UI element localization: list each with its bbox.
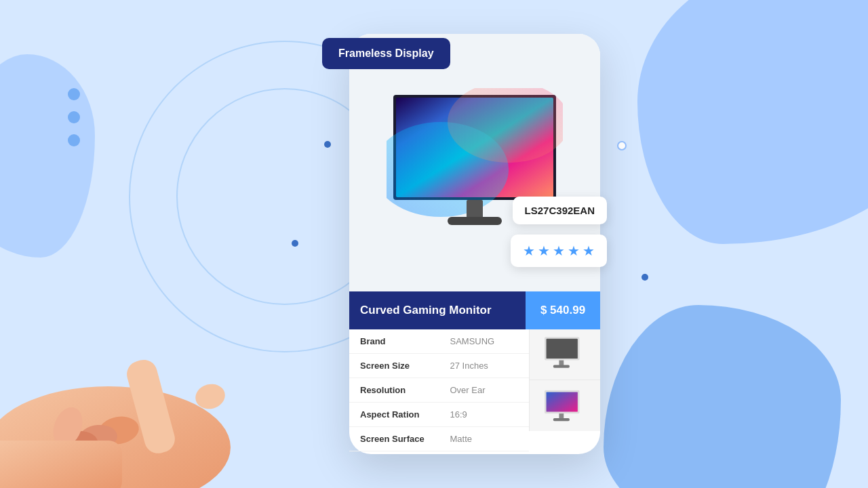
spec-label: Brand xyxy=(349,329,439,354)
star-2: ★ xyxy=(538,243,550,259)
svg-rect-4 xyxy=(467,200,483,219)
spec-row: Brand SAMSUNG xyxy=(349,329,529,354)
svg-rect-11 xyxy=(547,392,578,411)
spec-label: Screen Size xyxy=(349,354,439,378)
thumbnail-1[interactable] xyxy=(529,329,600,380)
rating-badge: ★ ★ ★ ★ ★ xyxy=(511,235,607,267)
spec-value: 27 Inches xyxy=(439,354,530,378)
spec-value: Matte xyxy=(439,427,530,451)
frameless-badge: Frameless Display xyxy=(322,38,450,69)
thumbnail-2[interactable] xyxy=(529,380,600,431)
accent-dot-2 xyxy=(292,240,298,247)
specs-and-thumbs: Brand SAMSUNG Screen Size 27 Inches Reso… xyxy=(349,329,600,451)
spec-value: 16:9 xyxy=(439,403,530,427)
price-button[interactable]: $ 540.99 xyxy=(526,291,600,329)
frameless-badge-label: Frameless Display xyxy=(338,47,434,59)
background-blob-top-right xyxy=(637,0,868,244)
svg-rect-21 xyxy=(0,441,122,488)
spec-value: Over Ear xyxy=(439,378,530,403)
background-blob-bottom-right xyxy=(604,305,841,488)
spec-label: Aspect Ration xyxy=(349,403,439,427)
svg-rect-13 xyxy=(553,418,570,421)
spec-row: Resolution Over Ear xyxy=(349,378,529,403)
spec-row: Screen Size 27 Inches xyxy=(349,354,529,378)
title-price-row: Curved Gaming Monitor $ 540.99 xyxy=(349,291,600,329)
svg-rect-9 xyxy=(553,365,570,367)
star-4: ★ xyxy=(568,243,580,259)
accent-dot-3 xyxy=(642,274,648,281)
svg-rect-7 xyxy=(547,339,578,359)
spec-label: Resolution xyxy=(349,378,439,403)
spec-label: Screen Surface xyxy=(349,427,439,451)
accent-dot-1 xyxy=(324,141,331,148)
dot-3 xyxy=(68,134,80,146)
dot-2 xyxy=(68,111,80,123)
thumbnail-column xyxy=(529,329,600,451)
star-1: ★ xyxy=(523,243,535,259)
star-3: ★ xyxy=(553,243,565,259)
decorative-dots xyxy=(68,88,80,146)
spec-value: SAMSUNG xyxy=(439,329,530,354)
product-title-button[interactable]: Curved Gaming Monitor xyxy=(349,291,526,329)
thumb-monitor-1 xyxy=(541,334,589,375)
product-card: LS27C392EAN ★ ★ ★ ★ ★ Curved Gaming Moni… xyxy=(349,34,600,454)
dot-1 xyxy=(68,88,80,100)
star-5: ★ xyxy=(583,243,595,259)
thumb-monitor-2 xyxy=(541,386,589,426)
spec-row: Aspect Ration 16:9 xyxy=(349,403,529,427)
spec-row: Screen Surface Matte xyxy=(349,427,529,451)
hand-illustration xyxy=(0,258,353,488)
accent-dot-4 xyxy=(617,141,627,150)
background-blob-left xyxy=(0,54,95,258)
model-badge: LS27C392EAN xyxy=(513,197,607,224)
hand-svg xyxy=(0,258,353,488)
specs-section: Brand SAMSUNG Screen Size 27 Inches Reso… xyxy=(349,329,529,451)
model-number: LS27C392EAN xyxy=(525,205,595,216)
specs-table: Brand SAMSUNG Screen Size 27 Inches Reso… xyxy=(349,329,529,451)
svg-rect-5 xyxy=(448,217,502,225)
product-info: Curved Gaming Monitor $ 540.99 Brand SAM… xyxy=(349,291,600,451)
